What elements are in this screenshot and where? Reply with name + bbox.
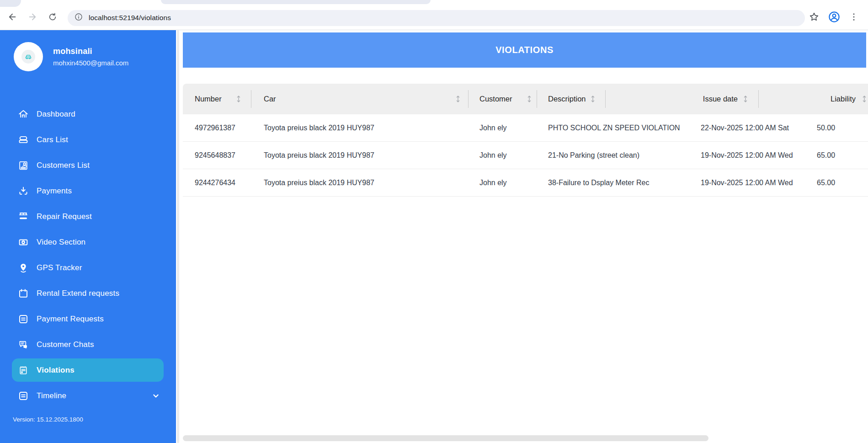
main-content: VIOLATIONS Number Car xyxy=(183,30,868,443)
cell-car: Toyota preius black 2019 HUY987 xyxy=(251,114,469,142)
column-label: Description xyxy=(548,95,586,103)
version-label: Version: 15.12.2025.1800 xyxy=(0,416,176,423)
forward-button[interactable] xyxy=(25,10,40,26)
column-header-number[interactable]: Number xyxy=(183,84,251,114)
cell-description: 38-Failure to Dsplay Meter Rec xyxy=(537,169,606,197)
reload-button[interactable] xyxy=(45,10,60,26)
forward-arrow-icon xyxy=(27,12,37,24)
sidebar-item-gps-tracker[interactable]: GPS Tracker xyxy=(0,255,176,281)
column-header-issue-date[interactable]: Issue date xyxy=(606,84,759,114)
browser-toolbar: localhost:52194/violations xyxy=(0,6,868,29)
sort-icon[interactable] xyxy=(526,95,533,103)
home-icon xyxy=(17,108,29,120)
user-name: mohsinali xyxy=(53,47,128,56)
ticket-icon xyxy=(17,364,29,376)
sidebar-item-violations[interactable]: Violations xyxy=(12,358,164,382)
sort-icon[interactable] xyxy=(861,95,868,103)
column-header-description[interactable]: Description xyxy=(537,84,606,114)
document-lines-icon xyxy=(17,390,29,402)
sidebar-item-dashboard[interactable]: Dashboard xyxy=(0,101,176,127)
camera-icon xyxy=(17,236,29,248)
horizontal-scrollbar[interactable] xyxy=(183,435,708,441)
table-header-row: Number Car Customer xyxy=(183,84,868,114)
app-window: mohsinali mohxin4500@gmail.com Dashboard… xyxy=(0,30,868,443)
sort-icon[interactable] xyxy=(455,95,461,103)
page-title: VIOLATIONS xyxy=(495,45,554,55)
table-row[interactable]: 9244276434 Toyota preius black 2019 HUY9… xyxy=(183,169,868,197)
sidebar-item-label: Video Section xyxy=(37,238,85,247)
cell-description: 21-No Parking (street clean) xyxy=(537,142,606,169)
sidebar-item-label: Violations xyxy=(37,366,75,375)
sidebar-item-cars-list[interactable]: Cars List xyxy=(0,127,176,153)
chat-bubbles-icon xyxy=(17,339,29,351)
cell-car: Toyota preius black 2019 HUY987 xyxy=(251,142,469,169)
tab-fragment xyxy=(0,0,21,7)
location-pin-icon xyxy=(17,262,29,274)
sidebar-scrollbar[interactable] xyxy=(177,30,179,443)
sidebar-item-label: Dashboard xyxy=(37,110,75,119)
column-header-car[interactable]: Car xyxy=(251,84,469,114)
sidebar-item-label: Rental Extend requests xyxy=(37,289,119,298)
avatar xyxy=(14,42,43,71)
column-header-customer[interactable]: Customer xyxy=(469,84,537,114)
sidebar-item-label: Payments xyxy=(37,187,72,196)
calendar-icon xyxy=(17,288,29,299)
column-header-liability[interactable]: Liability xyxy=(759,84,868,114)
sidebar-item-timeline[interactable]: Timeline xyxy=(0,383,176,409)
download-icon xyxy=(17,185,29,197)
violations-table: Number Car Customer xyxy=(183,84,868,197)
profile-icon[interactable] xyxy=(828,11,841,25)
sidebar-item-label: Customers List xyxy=(37,161,90,170)
sidebar: mohsinali mohxin4500@gmail.com Dashboard… xyxy=(0,30,176,443)
sidebar-item-label: Repair Request xyxy=(37,212,92,221)
sidebar-item-label: Timeline xyxy=(37,391,66,400)
sidebar-item-rental-extend-requests[interactable]: Rental Extend requests xyxy=(0,281,176,306)
user-profile[interactable]: mohsinali mohxin4500@gmail.com xyxy=(0,30,176,71)
browser-chrome: localhost:52194/violations xyxy=(0,0,868,30)
table-row[interactable]: 9245648837 Toyota preius black 2019 HUY9… xyxy=(183,142,868,169)
user-email: mohxin4500@gmail.com xyxy=(53,59,128,67)
page-banner: VIOLATIONS xyxy=(183,32,866,68)
sidebar-item-payment-requests[interactable]: Payment Requests xyxy=(0,306,176,332)
sidebar-item-label: Cars List xyxy=(37,135,68,144)
cell-customer: John ely xyxy=(469,142,537,169)
cell-number: 4972961387 xyxy=(183,114,251,142)
car-icon xyxy=(17,134,29,146)
cell-number: 9245648837 xyxy=(183,142,251,169)
sidebar-menu: Dashboard Cars List Customers List Payme… xyxy=(0,101,176,423)
bookmark-star-icon[interactable] xyxy=(809,11,820,24)
cell-number: 9244276434 xyxy=(183,169,251,197)
table-row[interactable]: 4972961387 Toyota preius black 2019 HUY9… xyxy=(183,114,868,142)
sidebar-item-label: Customer Chats xyxy=(37,340,94,349)
back-button[interactable] xyxy=(5,10,20,26)
sidebar-item-video-section[interactable]: Video Section xyxy=(0,230,176,255)
column-label: Issue date xyxy=(703,95,738,103)
cell-description: PHTO SCHOOL ZN SPEED VIOLATION xyxy=(537,114,606,142)
sidebar-item-label: Payment Requests xyxy=(37,315,104,324)
back-arrow-icon xyxy=(7,12,17,24)
menu-dots-icon[interactable] xyxy=(849,12,859,24)
sort-icon[interactable] xyxy=(590,95,596,103)
customers-doc-icon xyxy=(17,160,29,171)
site-info-icon[interactable] xyxy=(74,12,83,23)
url-text[interactable]: localhost:52194/violations xyxy=(89,14,171,22)
column-label: Car xyxy=(264,95,276,103)
tab-fragment xyxy=(161,0,431,4)
chevron-down-icon[interactable] xyxy=(150,390,161,401)
column-label: Liability xyxy=(831,95,856,103)
sidebar-item-payments[interactable]: Payments xyxy=(0,178,176,204)
sidebar-item-label: GPS Tracker xyxy=(37,263,82,272)
column-label: Customer xyxy=(479,95,512,103)
sort-icon[interactable] xyxy=(742,95,749,103)
sort-icon[interactable] xyxy=(235,95,242,103)
sidebar-item-customer-chats[interactable]: Customer Chats xyxy=(0,332,176,358)
cell-car: Toyota preius black 2019 HUY987 xyxy=(251,169,469,197)
cell-customer: John ely xyxy=(469,169,537,197)
column-label: Number xyxy=(195,95,222,103)
sidebar-item-repair-request[interactable]: Repair Request xyxy=(0,204,176,230)
sidebar-item-customers-list[interactable]: Customers List xyxy=(0,153,176,178)
car-avatar-icon xyxy=(21,50,35,64)
document-lines-icon xyxy=(17,313,29,325)
address-bar[interactable]: localhost:52194/violations xyxy=(68,10,805,26)
reload-icon xyxy=(48,12,58,24)
